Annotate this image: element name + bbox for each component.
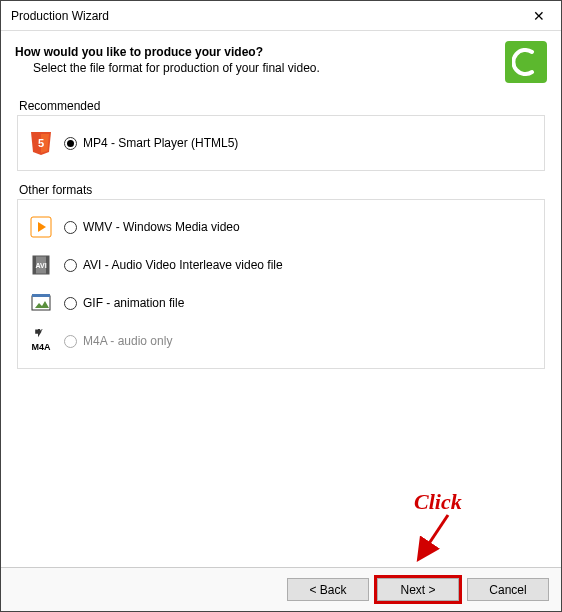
svg-text:M4A: M4A	[31, 342, 51, 352]
svg-text:5: 5	[38, 137, 44, 149]
option-m4a: M4A M4A - audio only	[28, 322, 534, 360]
radio-icon	[64, 221, 77, 234]
radio-icon	[64, 259, 77, 272]
svg-text:AVI: AVI	[35, 262, 46, 269]
radio-avi[interactable]: AVI - Audio Video Interleave video file	[64, 258, 283, 272]
svg-line-12	[420, 515, 448, 557]
wmv-icon	[28, 214, 54, 240]
annotation-arrow-icon	[406, 511, 456, 566]
radio-icon	[64, 297, 77, 310]
titlebar: Production Wizard ✕	[1, 1, 561, 31]
m4a-icon: M4A	[28, 328, 54, 354]
next-button[interactable]: Next >	[377, 578, 459, 601]
other-formats-group: WMV - Windows Media video AVI AVI - Audi…	[17, 199, 545, 369]
header-heading: How would you like to produce your video…	[15, 45, 320, 59]
other-formats-label: Other formats	[19, 183, 545, 197]
recommended-label: Recommended	[19, 99, 545, 113]
header: How would you like to produce your video…	[1, 31, 561, 93]
radio-mp4[interactable]: MP4 - Smart Player (HTML5)	[64, 136, 238, 150]
option-label: WMV - Windows Media video	[83, 220, 240, 234]
close-icon[interactable]: ✕	[525, 6, 553, 26]
header-subtext: Select the file format for production of…	[33, 61, 320, 75]
option-label: GIF - animation file	[83, 296, 184, 310]
option-wmv[interactable]: WMV - Windows Media video	[28, 208, 534, 246]
gif-icon	[28, 290, 54, 316]
avi-icon: AVI	[28, 252, 54, 278]
option-label: AVI - Audio Video Interleave video file	[83, 258, 283, 272]
annotation-click-text: Click	[414, 489, 462, 515]
window: Production Wizard ✕ How would you like t…	[0, 0, 562, 612]
radio-icon	[64, 335, 77, 348]
option-label: M4A - audio only	[83, 334, 172, 348]
back-button[interactable]: < Back	[287, 578, 369, 601]
footer: < Back Next > Cancel	[1, 567, 561, 611]
option-gif[interactable]: GIF - animation file	[28, 284, 534, 322]
svg-rect-8	[32, 294, 50, 297]
option-mp4[interactable]: 5 MP4 - Smart Player (HTML5)	[28, 124, 534, 162]
cancel-button[interactable]: Cancel	[467, 578, 549, 601]
option-avi[interactable]: AVI AVI - Audio Video Interleave video f…	[28, 246, 534, 284]
option-label: MP4 - Smart Player (HTML5)	[83, 136, 238, 150]
html5-icon: 5	[28, 130, 54, 156]
radio-gif[interactable]: GIF - animation file	[64, 296, 184, 310]
window-title: Production Wizard	[11, 9, 109, 23]
radio-m4a: M4A - audio only	[64, 334, 172, 348]
radio-icon	[64, 137, 77, 150]
camtasia-logo-icon	[505, 41, 547, 83]
recommended-group: 5 MP4 - Smart Player (HTML5)	[17, 115, 545, 171]
header-text: How would you like to produce your video…	[15, 41, 320, 75]
radio-wmv[interactable]: WMV - Windows Media video	[64, 220, 240, 234]
content-area: Recommended 5 MP4 - Smart Player (HTML5)…	[1, 93, 561, 387]
